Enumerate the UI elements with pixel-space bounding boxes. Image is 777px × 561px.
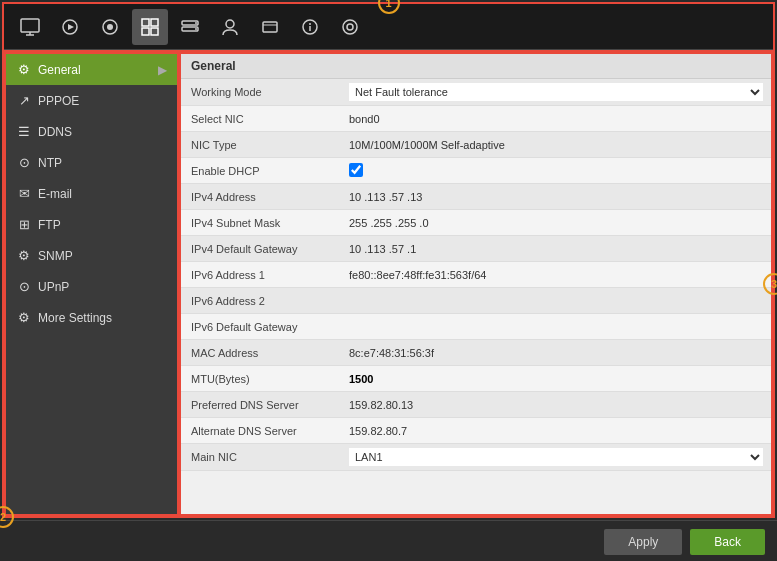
- field-mac-address: MAC Address 8c:e7:48:31:56:3f: [181, 340, 771, 366]
- svg-rect-10: [151, 28, 158, 35]
- svg-rect-8: [151, 19, 158, 26]
- svg-marker-4: [68, 24, 74, 30]
- label-ipv6-address1: IPv6 Address 1: [181, 265, 341, 285]
- sidebar-label-general: General: [38, 63, 81, 77]
- pppoe-icon: ↗: [16, 93, 32, 108]
- content-title: General: [181, 54, 771, 79]
- field-ipv6-address2: IPv6 Address 2: [181, 288, 771, 314]
- value-ipv6-address2: [341, 297, 771, 305]
- value-working-mode[interactable]: Net Fault tolerance: [341, 79, 771, 105]
- svg-point-6: [107, 24, 113, 30]
- sidebar-item-more[interactable]: ⚙ More Settings: [6, 302, 177, 333]
- value-ipv4-subnet: 255 .255 .255 .0: [341, 213, 771, 233]
- label-mtu: MTU(Bytes): [181, 369, 341, 389]
- field-ipv4-gateway: IPv4 Default Gateway 10 .113 .57 .1: [181, 236, 771, 262]
- value-enable-dhcp[interactable]: [341, 159, 771, 183]
- svg-rect-7: [142, 19, 149, 26]
- upnp-icon: ⊙: [16, 279, 32, 294]
- svg-rect-0: [21, 19, 39, 32]
- svg-rect-9: [142, 28, 149, 35]
- label-nic-type: NIC Type: [181, 135, 341, 155]
- field-ipv4-address: IPv4 Address 10 .113 .57 .13: [181, 184, 771, 210]
- field-nic-type: NIC Type 10M/100M/1000M Self-adaptive: [181, 132, 771, 158]
- checkbox-dhcp[interactable]: [349, 163, 363, 177]
- more-icon: ⚙: [16, 310, 32, 325]
- user-icon[interactable]: [212, 9, 248, 45]
- ddns-icon: ☰: [16, 124, 32, 139]
- label-ipv6-address2: IPv6 Address 2: [181, 291, 341, 311]
- general-icon: ⚙: [16, 62, 32, 77]
- playback-icon[interactable]: [52, 9, 88, 45]
- value-alternate-dns: 159.82.80.7: [341, 421, 771, 441]
- sidebar-item-ddns[interactable]: ☰ DDNS: [6, 116, 177, 147]
- field-main-nic: Main NIC LAN1: [181, 444, 771, 471]
- storage-icon[interactable]: [172, 9, 208, 45]
- ntp-icon: ⊙: [16, 155, 32, 170]
- sidebar-item-general[interactable]: ⚙ General ▶: [6, 54, 177, 85]
- select-working-mode[interactable]: Net Fault tolerance: [349, 83, 763, 101]
- field-ipv6-gateway: IPv6 Default Gateway: [181, 314, 771, 340]
- value-select-nic: bond0: [341, 109, 771, 129]
- svg-point-22: [347, 24, 353, 30]
- label-mac-address: MAC Address: [181, 343, 341, 363]
- label-ipv4-address: IPv4 Address: [181, 187, 341, 207]
- sidebar-label-ntp: NTP: [38, 156, 62, 170]
- label-main-nic: Main NIC: [181, 447, 341, 467]
- label-ipv6-gateway: IPv6 Default Gateway: [181, 317, 341, 337]
- info-icon[interactable]: [292, 9, 328, 45]
- sidebar-label-ddns: DDNS: [38, 125, 72, 139]
- value-ipv6-gateway: [341, 323, 771, 331]
- field-select-nic: Select NIC bond0: [181, 106, 771, 132]
- value-main-nic[interactable]: LAN1: [341, 444, 771, 470]
- network-config-icon[interactable]: [132, 9, 168, 45]
- svg-point-15: [226, 20, 234, 28]
- snmp-icon: ⚙: [16, 248, 32, 263]
- back-button[interactable]: Back: [690, 529, 765, 555]
- sidebar-label-upnp: UPnP: [38, 280, 69, 294]
- sidebar-item-upnp[interactable]: ⊙ UPnP: [6, 271, 177, 302]
- value-mtu[interactable]: 1500: [341, 369, 771, 389]
- label-select-nic: Select NIC: [181, 109, 341, 129]
- sidebar-label-snmp: SNMP: [38, 249, 73, 263]
- ftp-icon: ⊞: [16, 217, 32, 232]
- value-ipv6-address1: fe80::8ee7:48ff:fe31:563f/64: [341, 265, 771, 285]
- sidebar-item-ftp[interactable]: ⊞ FTP: [6, 209, 177, 240]
- svg-point-13: [195, 22, 197, 24]
- sidebar-item-email[interactable]: ✉ E-mail: [6, 178, 177, 209]
- content-panel: General Working Mode Net Fault tolerance…: [179, 52, 773, 516]
- label-enable-dhcp: Enable DHCP: [181, 161, 341, 181]
- apply-button[interactable]: Apply: [604, 529, 682, 555]
- maintenance-icon[interactable]: [332, 9, 368, 45]
- value-mac-address: 8c:e7:48:31:56:3f: [341, 343, 771, 363]
- label-alternate-dns: Alternate DNS Server: [181, 421, 341, 441]
- value-preferred-dns: 159.82.80.13: [341, 395, 771, 415]
- select-main-nic[interactable]: LAN1: [349, 448, 763, 466]
- sidebar-item-ntp[interactable]: ⊙ NTP: [6, 147, 177, 178]
- sidebar-label-email: E-mail: [38, 187, 72, 201]
- svg-point-21: [343, 20, 357, 34]
- label-ipv4-gateway: IPv4 Default Gateway: [181, 239, 341, 259]
- svg-point-20: [309, 23, 311, 25]
- field-preferred-dns: Preferred DNS Server 159.82.80.13: [181, 392, 771, 418]
- sidebar-label-ftp: FTP: [38, 218, 61, 232]
- monitor-icon[interactable]: [12, 9, 48, 45]
- label-ipv4-subnet: IPv4 Subnet Mask: [181, 213, 341, 233]
- arrow-icon: ▶: [158, 63, 167, 77]
- field-working-mode: Working Mode Net Fault tolerance: [181, 79, 771, 106]
- field-alternate-dns: Alternate DNS Server 159.82.80.7: [181, 418, 771, 444]
- sidebar-item-pppoe[interactable]: ↗ PPPOE: [6, 85, 177, 116]
- label-working-mode: Working Mode: [181, 82, 341, 102]
- svg-point-14: [195, 28, 197, 30]
- field-ipv6-address1: IPv6 Address 1 fe80::8ee7:48ff:fe31:563f…: [181, 262, 771, 288]
- system-icon[interactable]: [252, 9, 288, 45]
- bottom-bar: Apply Back: [0, 520, 777, 561]
- sidebar: ⚙ General ▶ ↗ PPPOE ☰ DDNS ⊙ NTP ✉ E-mai…: [4, 52, 179, 516]
- field-enable-dhcp: Enable DHCP: [181, 158, 771, 184]
- sidebar-item-snmp[interactable]: ⚙ SNMP: [6, 240, 177, 271]
- value-ipv4-gateway: 10 .113 .57 .1: [341, 239, 771, 259]
- value-ipv4-address: 10 .113 .57 .13: [341, 187, 771, 207]
- sidebar-label-pppoe: PPPOE: [38, 94, 79, 108]
- snapshot-icon[interactable]: [92, 9, 128, 45]
- sidebar-label-more: More Settings: [38, 311, 112, 325]
- field-mtu: MTU(Bytes) 1500: [181, 366, 771, 392]
